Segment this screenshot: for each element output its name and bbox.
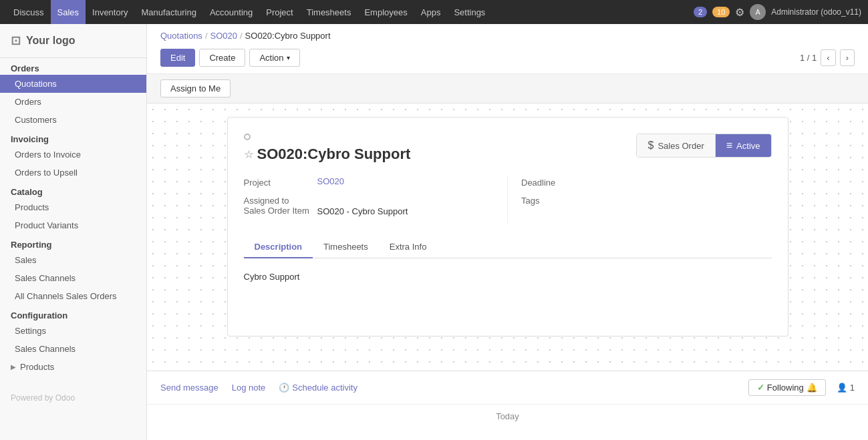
nav-item-timesheets[interactable]: Timesheets: [300, 0, 358, 24]
settings-icon[interactable]: ⚙: [735, 6, 744, 19]
create-button[interactable]: Create: [199, 49, 245, 67]
nav-item-settings[interactable]: Settings: [447, 0, 492, 24]
nav-item-project[interactable]: Project: [259, 0, 299, 24]
sales-order-label: Sales Order: [658, 141, 704, 151]
record-status-badges: $ Sales Order ≡ Active: [636, 134, 771, 158]
record-title-area: ☆ SO020:Cybro Support: [244, 134, 637, 163]
today-label: Today: [496, 411, 519, 421]
log-note-button[interactable]: Log note: [232, 383, 266, 393]
sidebar-item-customers[interactable]: Customers: [0, 111, 146, 129]
send-message-label: Send message: [160, 383, 219, 393]
sidebar-logo: ⊡ Your logo: [0, 24, 146, 58]
record-title-text: SO020:Cybro Support: [257, 146, 411, 163]
breadcrumb-quotations[interactable]: Quotations: [160, 31, 202, 41]
sidebar-item-products[interactable]: Products: [0, 198, 146, 216]
sidebar-item-sales-channels[interactable]: Sales Channels: [0, 269, 146, 287]
top-nav-right: 2 10 ⚙ A Administrator (odoo_v11): [694, 4, 861, 20]
main-content: Quotations / SO020 / SO020:Cybro Support…: [147, 24, 868, 440]
breadcrumb-so020[interactable]: SO020: [210, 31, 237, 41]
dotted-background: ☆ SO020:Cybro Support $ Sales Order ≡ Ac…: [147, 103, 868, 371]
check-icon: ✓: [757, 383, 764, 393]
pagination-next[interactable]: ›: [840, 49, 855, 66]
deadline-label: Deadline: [521, 176, 595, 188]
sales-order-item-value: SO020 - Cybro Support: [317, 206, 408, 216]
tab-extra-info[interactable]: Extra Info: [379, 236, 438, 258]
breadcrumb-sep1: /: [205, 31, 208, 41]
nav-item-apps[interactable]: Apps: [414, 0, 448, 24]
section-catalog: Catalog: [0, 182, 146, 198]
pagination-count: 1 / 1: [800, 53, 817, 63]
user-label[interactable]: Administrator (odoo_v11): [771, 7, 861, 17]
chatter-right: ✓ Following 🔔 👤 1: [748, 379, 855, 396]
action-dropdown-arrow: ▾: [287, 54, 290, 61]
schedule-activity-label: Schedule activity: [292, 383, 357, 393]
pagination: 1 / 1 ‹ ›: [800, 49, 855, 66]
top-navigation: Discuss Sales Inventory Manufacturing Ac…: [0, 0, 868, 24]
avatar: A: [750, 4, 766, 20]
sidebar-item-quotations[interactable]: Quotations: [0, 75, 146, 93]
nav-item-accounting[interactable]: Accounting: [203, 0, 259, 24]
active-icon: ≡: [726, 140, 732, 152]
section-configuration: Configuration: [0, 305, 146, 322]
clock-icon: 🕐: [279, 383, 289, 393]
schedule-activity-button[interactable]: 🕐 Schedule activity: [279, 383, 357, 393]
breadcrumb-current: SO020:Cybro Support: [245, 31, 331, 41]
action-button[interactable]: Action ▾: [249, 49, 299, 67]
active-badge[interactable]: ≡ Active: [716, 134, 771, 157]
active-label: Active: [736, 141, 760, 151]
sidebar-item-products-expandable[interactable]: ▶ Products: [0, 358, 146, 376]
breadcrumb-sep2: /: [240, 31, 243, 41]
nav-item-sales[interactable]: Sales: [51, 0, 86, 24]
sidebar-item-sales-channels-config[interactable]: Sales Channels: [0, 340, 146, 358]
project-label: Project: [244, 176, 317, 188]
description-text: Cybro Support: [244, 272, 300, 282]
sidebar: ⊡ Your logo Orders Quotations Orders Cus…: [0, 24, 147, 440]
followers-number: 1: [850, 383, 855, 393]
tab-description[interactable]: Description: [244, 236, 313, 258]
sidebar-item-sales[interactable]: Sales: [0, 251, 146, 269]
send-message-button[interactable]: Send message: [160, 383, 219, 393]
assigned-to-label: Assigned to Sales Order Item: [244, 194, 317, 216]
project-value[interactable]: SO020: [317, 176, 344, 186]
status-circle: [244, 134, 251, 140]
bell-icon: 🔔: [807, 383, 817, 393]
sales-order-badge[interactable]: $ Sales Order: [637, 134, 715, 157]
sidebar-item-orders-to-invoice[interactable]: Orders to Invoice: [0, 146, 146, 164]
assign-bar: Assign to Me: [147, 74, 868, 103]
following-label: Following: [767, 383, 804, 393]
sidebar-item-all-channels[interactable]: All Channels Sales Orders: [0, 287, 146, 305]
pagination-prev[interactable]: ‹: [821, 49, 835, 66]
sidebar-item-product-variants[interactable]: Product Variants: [0, 216, 146, 234]
following-button[interactable]: ✓ Following 🔔: [748, 379, 826, 396]
badge-messages[interactable]: 2: [694, 7, 707, 17]
sidebar-footer: Powered by Odoo: [0, 383, 146, 413]
section-reporting: Reporting: [0, 234, 146, 251]
nav-item-inventory[interactable]: Inventory: [86, 0, 134, 24]
edit-button[interactable]: Edit: [160, 49, 195, 67]
fields-left-col: Project SO020 Assigned to Sales Order It…: [244, 176, 494, 223]
badge-activities[interactable]: 10: [712, 7, 730, 17]
log-note-label: Log note: [232, 383, 266, 393]
record-title: ☆ SO020:Cybro Support: [244, 146, 637, 163]
record-card: ☆ SO020:Cybro Support $ Sales Order ≡ Ac…: [227, 117, 788, 337]
tags-field: Tags: [521, 194, 772, 206]
fields-right-col: Deadline Tags: [521, 176, 772, 223]
tags-label: Tags: [521, 194, 595, 206]
nav-item-discuss[interactable]: Discuss: [7, 0, 51, 24]
today-divider: Today: [147, 404, 868, 428]
nav-item-manufacturing[interactable]: Manufacturing: [135, 0, 203, 24]
toolbar: Edit Create Action ▾ 1 / 1 ‹ ›: [147, 45, 868, 74]
dollar-icon: $: [647, 140, 654, 152]
sidebar-item-orders[interactable]: Orders: [0, 93, 146, 111]
sidebar-item-settings[interactable]: Settings: [0, 322, 146, 340]
tab-timesheets[interactable]: Timesheets: [313, 236, 379, 258]
tabs-bar: Description Timesheets Extra Info: [244, 236, 772, 258]
nav-item-employees[interactable]: Employees: [357, 0, 414, 24]
star-icon[interactable]: ☆: [244, 148, 253, 161]
fields-section: Project SO020 Assigned to Sales Order It…: [244, 176, 772, 223]
deadline-field: Deadline: [521, 176, 772, 188]
assigned-to-field: Assigned to Sales Order Item SO020 - Cyb…: [244, 194, 494, 216]
assign-to-me-button[interactable]: Assign to Me: [160, 79, 231, 97]
sidebar-item-orders-to-upsell[interactable]: Orders to Upsell: [0, 164, 146, 182]
logo-text: Your logo: [26, 35, 75, 47]
